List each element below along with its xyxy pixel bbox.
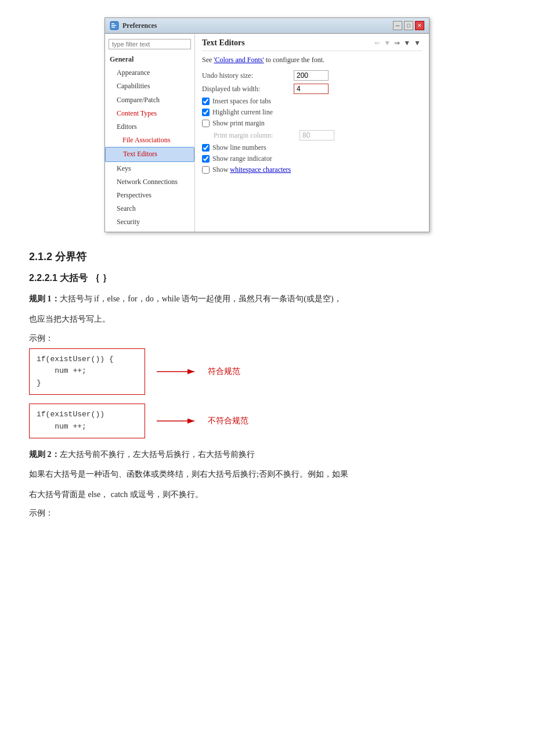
preferences-window: Preferences ─ □ ✕ General Appearance Cap… xyxy=(104,17,430,232)
rule1-text: 规则 1：大括号与 if，else，for，do，while 语句一起使用，虽然… xyxy=(29,291,505,307)
sidebar-item-perspectives[interactable]: Perspectives xyxy=(105,189,194,202)
section-212-title: 2.1.2 分界符 xyxy=(29,250,505,264)
window-controls: ─ □ ✕ xyxy=(393,21,424,30)
forward-dropdown[interactable]: ▼ xyxy=(402,39,412,48)
svg-rect-1 xyxy=(111,23,114,24)
window-title: Preferences xyxy=(122,21,157,30)
show-line-numbers-label: Show line numbers xyxy=(212,143,266,152)
sidebar-item-text-editors[interactable]: Text Editors xyxy=(105,147,194,161)
search-input[interactable] xyxy=(109,39,191,49)
restore-button[interactable]: □ xyxy=(404,21,413,30)
show-range-indicator-checkbox[interactable] xyxy=(202,155,210,163)
back-dropdown[interactable]: ▼ xyxy=(383,39,392,48)
tab-width-input[interactable] xyxy=(294,84,329,94)
show-range-indicator-label: Show range indicator xyxy=(212,154,272,163)
sidebar-item-network-connections[interactable]: Network Connections xyxy=(105,175,194,189)
code-line: num ++; xyxy=(37,365,138,377)
code-line: num ++; xyxy=(37,421,138,433)
content-panel: Text Editors ⇐ ▼ ⇒ ▼ ▼ See 'Colors and F… xyxy=(195,34,429,232)
svg-rect-2 xyxy=(111,25,116,26)
print-margin-column-row: Print margin column: xyxy=(214,130,422,141)
arrow-svg-2 xyxy=(157,412,203,430)
result-label-2: 不符合规范 xyxy=(208,416,248,426)
rule2-detail: 如果右大括号是一种语句、函数体或类终结，则右大括号后换行;否则不换行。例如，如果 xyxy=(29,467,505,483)
arrow-area-2: 不符合规范 xyxy=(157,412,248,430)
menu-arrow[interactable]: ▼ xyxy=(413,39,422,48)
arrow-area-1: 符合规范 xyxy=(157,363,240,380)
example1-label: 示例： xyxy=(29,333,505,344)
sidebar-item-security[interactable]: Security xyxy=(105,215,194,229)
nav-arrows: ⇐ ▼ ⇒ ▼ ▼ xyxy=(373,39,422,48)
undo-history-label: Undo history size: xyxy=(202,71,289,80)
prefs-body: General Appearance Capabilities Compare/… xyxy=(105,34,429,232)
show-whitespace-row: Show whitespace characters xyxy=(202,165,422,174)
rule2-detail2: 右大括号背面是 else， catch 或逗号，则不换行。 xyxy=(29,487,505,503)
code-line: if(existUser()) xyxy=(37,409,138,421)
sidebar-item-compare-patch[interactable]: Compare/Patch xyxy=(105,93,194,107)
close-button[interactable]: ✕ xyxy=(415,21,424,30)
highlight-line-checkbox[interactable] xyxy=(202,109,210,116)
content-title: Text Editors xyxy=(202,38,245,48)
back-arrow[interactable]: ⇐ xyxy=(373,39,381,48)
insert-spaces-row: Insert spaces for tabs xyxy=(202,97,422,106)
forward-arrow[interactable]: ⇒ xyxy=(393,39,401,48)
undo-history-row: Undo history size: xyxy=(202,70,422,81)
code-example1-row: if(existUser()) { num ++; } 符合规范 xyxy=(29,348,505,395)
show-whitespace-checkbox[interactable] xyxy=(202,166,210,174)
show-print-margin-row: Show print margin xyxy=(202,119,422,128)
show-range-indicator-row: Show range indicator xyxy=(202,154,422,163)
rule2-text: 规则 2：左大括号前不换行，左大括号后换行，右大括号前换行 xyxy=(29,447,505,463)
sidebar-item-search[interactable]: Search xyxy=(105,202,194,215)
result-label-1: 符合规范 xyxy=(208,366,240,377)
svg-rect-3 xyxy=(111,27,115,28)
whitespace-characters-link[interactable]: whitespace characters xyxy=(230,165,291,174)
sidebar-item-content-types[interactable]: Content Types xyxy=(105,107,194,120)
sidebar-item-general[interactable]: General xyxy=(105,53,194,66)
insert-spaces-label: Insert spaces for tabs xyxy=(212,97,271,106)
sidebar-item-file-associations[interactable]: File Associations xyxy=(105,134,194,147)
code-line: } xyxy=(37,377,138,390)
show-line-numbers-row: Show line numbers xyxy=(202,143,422,152)
print-margin-column-label: Print margin column: xyxy=(214,131,295,140)
example2-label: 示例： xyxy=(29,508,505,519)
sidebar-item-appearance[interactable]: Appearance xyxy=(105,66,194,80)
rule1-text2: 也应当把大括号写上。 xyxy=(29,312,505,327)
titlebar: Preferences ─ □ ✕ xyxy=(105,18,429,34)
code-box-2: if(existUser()) num ++; xyxy=(29,404,145,438)
tab-width-label: Displayed tab width: xyxy=(202,85,289,93)
code-example2-row: if(existUser()) num ++; 不符合规范 xyxy=(29,404,505,438)
minimize-button[interactable]: ─ xyxy=(393,21,402,30)
content-header: Text Editors ⇐ ▼ ⇒ ▼ ▼ xyxy=(202,38,422,51)
sidebar-item-capabilities[interactable]: Capabilities xyxy=(105,80,194,93)
show-print-margin-checkbox[interactable] xyxy=(202,120,210,127)
highlight-line-label: Highlight current line xyxy=(212,108,273,117)
document-content: 2.1.2 分界符 2.2.2.1 大括号 ｛ ｝ 规则 1：大括号与 if，e… xyxy=(23,250,511,519)
sidebar-item-editors[interactable]: Editors xyxy=(105,120,194,134)
rule2-prefix: 规则 2： xyxy=(29,450,60,459)
section-221-title: 2.2.2.1 大括号 ｛ ｝ xyxy=(29,272,505,285)
code-line: if(existUser()) { xyxy=(37,354,138,366)
sidebar: General Appearance Capabilities Compare/… xyxy=(105,34,195,232)
code-examples: if(existUser()) { num ++; } 符合规范 xyxy=(29,348,505,438)
show-whitespace-label: Show whitespace characters xyxy=(212,165,291,174)
tab-width-row: Displayed tab width: xyxy=(202,84,422,94)
insert-spaces-checkbox[interactable] xyxy=(202,98,210,105)
arrow-svg-1 xyxy=(157,363,203,380)
rule1-prefix: 规则 1： xyxy=(29,294,60,303)
titlebar-left: Preferences xyxy=(110,21,157,30)
prefs-icon xyxy=(110,21,119,30)
colors-fonts-link[interactable]: 'Colors and Fonts' xyxy=(214,56,264,64)
code-box-1: if(existUser()) { num ++; } xyxy=(29,348,145,395)
show-line-numbers-checkbox[interactable] xyxy=(202,144,210,152)
sidebar-item-keys[interactable]: Keys xyxy=(105,162,194,175)
highlight-line-row: Highlight current line xyxy=(202,108,422,117)
config-link-row: See 'Colors and Fonts' to configure the … xyxy=(202,56,422,64)
undo-history-input[interactable] xyxy=(294,70,329,81)
show-print-margin-label: Show print margin xyxy=(212,119,265,128)
print-margin-column-input[interactable] xyxy=(300,130,334,141)
